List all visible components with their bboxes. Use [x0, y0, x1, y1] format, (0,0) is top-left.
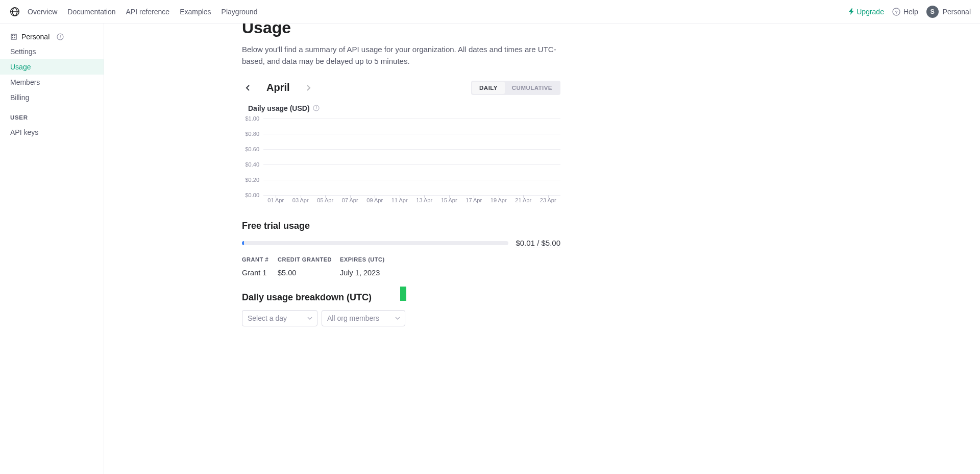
- trial-progress-fill: [242, 241, 244, 245]
- info-icon[interactable]: i: [313, 105, 320, 111]
- grants-header-credit: CREDIT GRANTED: [278, 256, 333, 263]
- topbar: Overview Documentation API reference Exa…: [0, 0, 980, 23]
- y-tick-label: $0.20: [245, 177, 259, 183]
- chart-title: Daily usage (USD): [248, 104, 310, 112]
- y-tick-label: $1.00: [245, 115, 259, 122]
- nav-api-reference[interactable]: API reference: [126, 8, 170, 16]
- month-nav: April: [242, 82, 314, 94]
- grants-header-expires: EXPIRES (UTC): [340, 256, 560, 263]
- y-tick-label: $0.60: [245, 146, 259, 152]
- sidebar-item-billing[interactable]: Billing: [0, 90, 104, 105]
- svg-rect-6: [12, 37, 13, 38]
- gridline: [263, 180, 560, 180]
- sidebar-section-user: USER: [0, 105, 104, 125]
- grants-table: GRANT # CREDIT GRANTED EXPIRES (UTC) Gra…: [242, 256, 560, 277]
- y-tick-label: $0.80: [245, 131, 259, 137]
- upgrade-link[interactable]: Upgrade: [849, 8, 884, 16]
- x-tick-label: 09 Apr: [362, 197, 387, 203]
- chevron-down-icon: [307, 315, 313, 321]
- grants-row: Grant 1 $5.00 July 1, 2023: [242, 269, 560, 277]
- x-tick-label: 17 Apr: [461, 197, 486, 203]
- svg-rect-4: [12, 35, 13, 36]
- free-trial-title: Free trial usage: [242, 221, 560, 231]
- topbar-right: Upgrade ? Help S Personal: [849, 6, 971, 18]
- free-trial-row: $0.01 / $5.00: [242, 239, 560, 248]
- next-month-button[interactable]: [302, 82, 314, 94]
- bolt-icon: [849, 8, 854, 15]
- usage-chart: Daily usage (USD) i $1.00$0.80$0.60$0.40…: [242, 104, 560, 205]
- svg-rect-3: [11, 34, 16, 39]
- info-icon[interactable]: i: [57, 33, 64, 40]
- select-members[interactable]: All org members: [322, 310, 405, 326]
- help-label: Help: [903, 8, 918, 16]
- help-icon: ?: [892, 8, 900, 16]
- select-members-label: All org members: [327, 314, 379, 322]
- x-tick-label: 21 Apr: [511, 197, 536, 203]
- avatar: S: [926, 6, 939, 18]
- page-title: Usage: [242, 23, 560, 37]
- openai-logo-icon: [9, 6, 20, 17]
- x-tick-label: 11 Apr: [387, 197, 412, 203]
- prev-month-button[interactable]: [242, 82, 254, 94]
- nav-examples[interactable]: Examples: [180, 8, 211, 16]
- breakdown-title: Daily usage breakdown (UTC): [242, 292, 372, 303]
- svg-rect-7: [14, 37, 15, 38]
- nav-overview[interactable]: Overview: [28, 8, 57, 16]
- sidebar-item-members[interactable]: Members: [0, 75, 104, 90]
- gridline: [263, 164, 560, 165]
- chevron-down-icon: [395, 315, 401, 321]
- nav-documentation[interactable]: Documentation: [67, 8, 115, 16]
- gridline: [263, 149, 560, 150]
- trial-progress: [242, 241, 508, 245]
- grant-credit: $5.00: [278, 269, 333, 277]
- x-tick-label: 05 Apr: [313, 197, 338, 203]
- select-day[interactable]: Select a day: [242, 310, 317, 326]
- svg-text:i: i: [315, 106, 317, 110]
- y-tick-label: $0.40: [245, 161, 259, 168]
- svg-rect-5: [14, 35, 15, 36]
- sidebar-item-usage[interactable]: Usage: [0, 59, 104, 75]
- month-row: April DAILY CUMULATIVE: [242, 81, 560, 95]
- help-link[interactable]: ? Help: [892, 8, 918, 16]
- x-tick-label: 23 Apr: [536, 197, 561, 203]
- toggle-daily[interactable]: DAILY: [472, 82, 505, 94]
- gridline: [263, 134, 560, 134]
- sidebar: Personal i Settings Usage Members Billin…: [0, 23, 104, 474]
- x-tick-label: 15 Apr: [437, 197, 462, 203]
- green-indicator: [400, 287, 406, 301]
- month-label: April: [266, 82, 290, 93]
- org-label: Personal: [21, 33, 50, 41]
- chart-title-row: Daily usage (USD) i: [248, 104, 560, 112]
- grant-number: Grant 1: [242, 269, 271, 277]
- account-label: Personal: [943, 8, 971, 16]
- sidebar-item-api-keys[interactable]: API keys: [0, 125, 104, 140]
- x-tick-label: 01 Apr: [263, 197, 288, 203]
- breakdown-head: Daily usage breakdown (UTC): [242, 292, 560, 303]
- y-tick-label: $0.00: [245, 192, 259, 198]
- view-toggle: DAILY CUMULATIVE: [471, 81, 560, 95]
- upgrade-label: Upgrade: [856, 8, 884, 16]
- x-tick-label: 03 Apr: [288, 197, 313, 203]
- grant-expires: July 1, 2023: [340, 269, 560, 277]
- top-nav: Overview Documentation API reference Exa…: [28, 8, 257, 16]
- grants-header-grant: GRANT #: [242, 256, 271, 263]
- gridline: [263, 195, 560, 196]
- main: Usage Below you'll find a summary of API…: [104, 23, 980, 474]
- toggle-cumulative[interactable]: CUMULATIVE: [505, 82, 559, 94]
- page-intro: Below you'll find a summary of API usage…: [242, 43, 560, 67]
- building-icon: [10, 33, 17, 40]
- x-tick-label: 07 Apr: [338, 197, 363, 203]
- x-tick-label: 13 Apr: [412, 197, 437, 203]
- svg-text:?: ?: [895, 9, 898, 14]
- breakdown-selects: Select a day All org members: [242, 310, 560, 326]
- account-menu[interactable]: S Personal: [926, 6, 971, 18]
- gridline: [263, 118, 560, 119]
- trial-amount: $0.01 / $5.00: [516, 239, 560, 248]
- x-tick-label: 19 Apr: [486, 197, 511, 203]
- sidebar-item-settings[interactable]: Settings: [0, 44, 104, 59]
- org-switcher[interactable]: Personal i: [0, 30, 104, 44]
- svg-text:i: i: [60, 35, 61, 39]
- nav-playground[interactable]: Playground: [222, 8, 258, 16]
- select-day-label: Select a day: [248, 314, 287, 322]
